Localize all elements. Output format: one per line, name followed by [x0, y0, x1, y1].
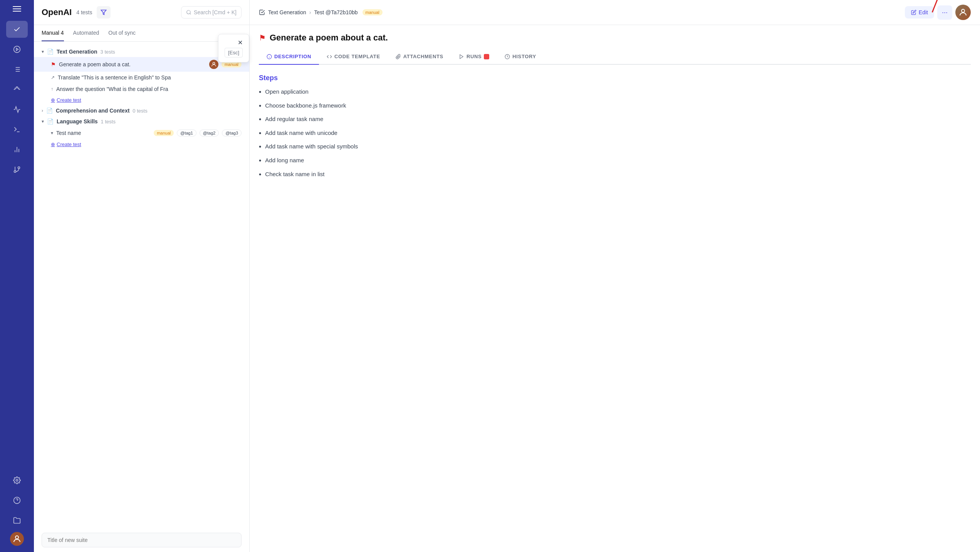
- svg-point-18: [15, 536, 18, 539]
- test-item-poem[interactable]: ⚑ Generate a poem about a cat. manual: [34, 57, 249, 72]
- step-item: Open application: [259, 88, 971, 97]
- hamburger-menu[interactable]: [13, 6, 21, 12]
- test-name: Test name: [56, 130, 151, 136]
- test-count: 4 tests: [76, 9, 92, 15]
- test-name: Generate a poem about a cat.: [59, 61, 206, 67]
- breadcrumb-parent: Text Generation: [268, 9, 306, 15]
- nav-item-bar-chart[interactable]: [6, 141, 28, 158]
- tab-automated[interactable]: Automated: [73, 25, 99, 41]
- search-box[interactable]: Search [Cmd + K]: [181, 6, 242, 19]
- nav-item-play[interactable]: [6, 41, 28, 58]
- play-icon: [459, 54, 464, 59]
- paperclip-icon: [396, 54, 401, 59]
- content-tab-code[interactable]: CODE TEMPLATE: [319, 49, 388, 65]
- suite-language-skills[interactable]: ▾ 📄 Language Skills 1 tests: [34, 116, 249, 127]
- arrow-icon: ↑: [51, 86, 53, 92]
- content-tab-attachments[interactable]: ATTACHMENTS: [388, 49, 451, 65]
- nav-item-check[interactable]: [6, 21, 28, 38]
- nav-item-list[interactable]: [6, 61, 28, 78]
- right-panel: Text Generation › Test @Ta72b10bb manual…: [250, 0, 980, 552]
- step-text: Open application: [265, 88, 309, 95]
- svg-point-20: [187, 10, 190, 14]
- nav-item-git-branch[interactable]: [6, 161, 28, 178]
- flag-icon: ⚑: [51, 61, 56, 67]
- tab-label: RUNS: [467, 54, 482, 59]
- create-test-2[interactable]: ⊕ Create test: [34, 139, 249, 150]
- arrow-icon: ↗: [51, 75, 55, 80]
- pencil-icon: [911, 10, 916, 15]
- breadcrumb-sep: ›: [309, 9, 311, 15]
- content-tab-description[interactable]: DESCRIPTION: [259, 49, 319, 65]
- flag-icon: ⚑: [259, 33, 266, 42]
- steps-heading: Steps: [259, 74, 971, 82]
- suite-test-count: 3 tests: [101, 49, 115, 55]
- test-avatar: [209, 60, 218, 69]
- svg-marker-19: [101, 10, 106, 15]
- expand-icon: ›: [42, 108, 43, 113]
- step-text: Add long name: [265, 157, 304, 163]
- nav-item-folder[interactable]: [6, 512, 28, 529]
- step-text: Check task name in list: [265, 171, 324, 177]
- sidebar-nav: [0, 0, 34, 552]
- svg-marker-1: [16, 48, 18, 51]
- close-icon[interactable]: ✕: [238, 39, 243, 46]
- expand-icon: ▾: [42, 49, 44, 54]
- step-text: Choose backbone.js framework: [265, 102, 346, 109]
- code-icon: [327, 54, 332, 59]
- test-tree: ▾ 📄 Text Generation 3 tests ⚑ Generate a…: [34, 42, 249, 528]
- svg-point-22: [213, 62, 215, 64]
- step-text: Add task name with unicode: [265, 130, 337, 136]
- avatar-icon: [958, 8, 968, 17]
- more-button[interactable]: ···: [937, 5, 952, 20]
- suite-text-generation[interactable]: ▾ 📄 Text Generation 3 tests: [34, 46, 249, 57]
- tag-badge-3: @tag3: [222, 130, 242, 136]
- plus-icon: ⊕: [51, 97, 55, 103]
- nav-item-terminal[interactable]: [6, 121, 28, 138]
- test-item-capital[interactable]: ↑ Answer the question "What is the capit…: [34, 83, 249, 95]
- step-item: Check task name in list: [259, 171, 971, 179]
- header-actions: Edit ···: [905, 5, 971, 20]
- tab-label: DESCRIPTION: [274, 54, 311, 59]
- user-avatar[interactable]: [955, 5, 971, 20]
- tab-manual[interactable]: Manual 4: [42, 25, 64, 41]
- test-title-area: ⚑ Generate a poem about a cat.: [259, 25, 971, 49]
- doc-icon: 📄: [47, 49, 54, 55]
- info-icon: [267, 54, 272, 59]
- step-item: Add long name: [259, 157, 971, 165]
- content-tabs: DESCRIPTION CODE TEMPLATE ATTACHMENTS RU…: [259, 49, 971, 65]
- expand-icon-inner: ▾: [51, 130, 53, 136]
- plus-icon: ⊕: [51, 141, 55, 147]
- left-header: OpenAI 4 tests Search [Cmd + K]: [34, 0, 249, 25]
- create-test-1[interactable]: ⊕ Create test: [34, 95, 249, 105]
- tab-label: ATTACHMENTS: [403, 54, 443, 59]
- nav-item-help[interactable]: [6, 492, 28, 509]
- nav-item-activity[interactable]: [6, 101, 28, 118]
- svg-point-25: [962, 9, 965, 12]
- user-avatar-nav[interactable]: [10, 532, 24, 546]
- search-icon: [186, 10, 191, 15]
- filter-button[interactable]: [97, 6, 111, 19]
- tab-label: HISTORY: [512, 54, 536, 59]
- stop-badge: [484, 54, 489, 59]
- tab-out-of-sync[interactable]: Out of sync: [108, 25, 136, 41]
- esc-label: [Esc]: [225, 48, 243, 57]
- edit-button[interactable]: Edit: [905, 6, 934, 19]
- step-item: Add regular task name: [259, 116, 971, 124]
- new-suite-input[interactable]: [42, 533, 242, 547]
- content-tab-runs[interactable]: RUNS: [451, 49, 497, 65]
- suite-test-count: 0 tests: [133, 108, 147, 114]
- test-item-language[interactable]: ▾ Test name manual @tag1 @tag2 @tag3: [34, 127, 249, 139]
- nav-item-stairs[interactable]: [6, 81, 28, 98]
- svg-point-13: [18, 167, 20, 169]
- tag-badge-1: @tag1: [177, 130, 196, 136]
- step-text: Add task name with special symbols: [265, 143, 358, 150]
- tag-badge-2: @tag2: [200, 130, 219, 136]
- checkbox-icon: [259, 9, 265, 15]
- svg-point-15: [16, 480, 18, 481]
- nav-item-settings[interactable]: [6, 472, 28, 489]
- test-item-translate[interactable]: ↗ Translate "This is a sentence in Engli…: [34, 72, 249, 83]
- suite-name: Comprehension and Context: [56, 108, 129, 114]
- steps-list: Open application Choose backbone.js fram…: [259, 88, 971, 179]
- content-tab-history[interactable]: HISTORY: [497, 49, 544, 65]
- suite-comprehension[interactable]: › 📄 Comprehension and Context 0 tests: [34, 105, 249, 116]
